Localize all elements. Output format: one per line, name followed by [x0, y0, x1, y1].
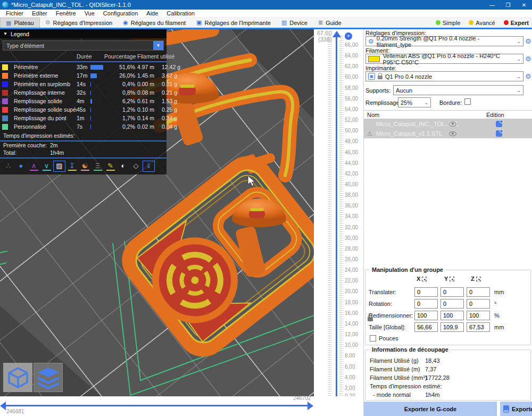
move-slider-right-handle[interactable]	[307, 402, 313, 410]
z-value-field[interactable]	[467, 311, 490, 320]
z-value-field[interactable]	[467, 299, 490, 309]
menu-item[interactable]: Vue	[80, 10, 99, 16]
view-3d-button[interactable]	[3, 363, 32, 392]
edit-filament-gear[interactable]: ⚙	[525, 55, 531, 63]
inches-checkbox[interactable]	[370, 335, 376, 342]
axis-reset-icon[interactable]	[450, 277, 454, 281]
manipulation-row-label: Taille [Global]:	[369, 324, 405, 330]
object-list-header: Nom Édition	[364, 110, 532, 119]
custom-gcode-icon[interactable]: ✎	[104, 161, 117, 172]
y-value-field[interactable]	[440, 299, 464, 309]
mode-button[interactable]: Simple	[433, 19, 464, 27]
unit-label: °	[494, 301, 496, 307]
tab[interactable]: ▣ Réglages de l'Imprimante	[191, 18, 276, 28]
feature-time: 1m	[77, 115, 90, 121]
tab[interactable]: ▦ Plateau	[0, 18, 40, 28]
x-value-field[interactable]	[414, 287, 438, 297]
feature-percent-bar	[90, 82, 115, 87]
layer-tick-label: 40,00	[345, 181, 358, 187]
tab[interactable]: ▥ Device	[276, 18, 313, 28]
edit-print-settings-gear[interactable]: ⚙	[525, 37, 531, 45]
center-of-gravity-icon[interactable]: ◐	[117, 161, 129, 172]
tool-changes-icon[interactable]: Ξ	[92, 161, 104, 172]
tab[interactable]: ≣ Guide	[313, 18, 347, 28]
layer-slider-top-handle[interactable]	[332, 31, 341, 37]
pause-prints-icon[interactable]: ↧	[66, 161, 78, 172]
z-value-field[interactable]	[467, 287, 490, 297]
view-type-value: Type d'élément	[3, 43, 153, 49]
add-color-change-button[interactable]: +	[345, 32, 352, 40]
brim-checkbox[interactable]	[464, 98, 471, 105]
axis-reset-icon[interactable]	[422, 277, 427, 281]
mode-button[interactable]: Expert	[501, 19, 532, 27]
y-value-field[interactable]	[440, 322, 464, 332]
menu-item[interactable]: Fichier	[2, 10, 28, 16]
view-preview-button[interactable]	[34, 363, 63, 392]
mode-button[interactable]: Avancé	[466, 19, 498, 27]
export-gcode-sd-button[interactable]: Exporter	[500, 402, 532, 416]
tool-marker-icon[interactable]: ⇓	[143, 161, 155, 172]
seams-icon[interactable]: ▨	[53, 161, 65, 172]
color-changes-icon[interactable]: ☯	[79, 161, 91, 172]
filament-combo[interactable]: Velleman ABS @Q1 Pro 0.4 nozzle - H240°C…	[365, 54, 523, 64]
menu-item[interactable]: Fenêtre	[52, 10, 80, 16]
close-button[interactable]: ✕	[516, 0, 532, 10]
deretractions-icon[interactable]: ∧	[28, 161, 40, 172]
menu-item[interactable]: Aide	[142, 10, 162, 16]
z-value-field[interactable]	[467, 322, 490, 332]
uniform-scale-lock-icon[interactable]	[368, 317, 373, 321]
total-time-label: Total:	[3, 149, 50, 157]
printer-label: Imprimante:	[365, 65, 396, 71]
eye-icon[interactable]	[449, 122, 456, 127]
menu-item[interactable]: Configuration	[99, 10, 142, 16]
object-name: Micro_Catapult_v1.1.STL	[376, 130, 442, 137]
feature-percent: 26,0%	[118, 72, 137, 79]
infill-combo[interactable]: 25% ⌄	[398, 97, 431, 107]
retractions-icon[interactable]: ∨	[40, 161, 53, 172]
layer-tick-label: 10,00	[345, 342, 358, 348]
eye-icon[interactable]	[449, 131, 456, 136]
feature-label: Remplissage solide supérieur	[14, 106, 77, 113]
x-value-field[interactable]	[414, 311, 438, 320]
legend-row: Personnalisé 7s 0,2% 0.02 m 0.04 g	[0, 122, 167, 131]
axis-reset-icon[interactable]	[476, 277, 481, 281]
tab[interactable]: ⚙ Réglages d'Impression	[40, 18, 118, 28]
supports-combo[interactable]: Aucun ⌄	[393, 85, 523, 95]
feature-percent: 1,7%	[118, 115, 137, 121]
object-row[interactable]: ⚠ Micro_Catapult_v1.1.STL	[364, 129, 532, 138]
travels-icon[interactable]: ∴	[2, 161, 14, 172]
combo-dropdown-button[interactable]: ▼	[153, 41, 163, 50]
menu-item[interactable]: Calibration	[162, 10, 199, 16]
object-row[interactable]: ⚠ Micro_Catapult_INC._TOL..STL	[364, 119, 532, 129]
edit-object-icon[interactable]	[496, 130, 502, 137]
x-value-field[interactable]	[414, 322, 438, 332]
printer-combo[interactable]: ▣ Q1 Pro 0.4 nozzle ⌄	[365, 71, 523, 81]
export-gcode-button[interactable]: Exporter le G-code	[364, 402, 497, 416]
legend-header[interactable]: ▼ Legend	[0, 29, 167, 38]
edit-object-icon[interactable]	[496, 121, 502, 127]
tab[interactable]: ◉ Réglages du filament	[118, 18, 191, 28]
layer-slider-rail[interactable]	[336, 37, 337, 398]
maximize-button[interactable]: ❐	[500, 0, 516, 10]
wipe-icon[interactable]: ●	[15, 161, 27, 172]
view-type-combo[interactable]: Type d'élément ▼	[3, 40, 164, 51]
unit-label: mm	[494, 324, 504, 330]
menu-item[interactable]: Editer	[28, 10, 52, 16]
y-value-field[interactable]	[440, 287, 464, 297]
feature-percent-bar	[90, 124, 115, 129]
print-settings-combo[interactable]: ⚙ 0.20mm Strength @Q1 Pro 0.4 nozzle - f…	[365, 36, 523, 46]
layer-tick-label: 50,00	[345, 128, 358, 134]
legend-row: Périmètre externe 17m 26,0% 1.45 m 3.62 …	[0, 71, 167, 80]
move-slider-rail[interactable]	[5, 405, 309, 406]
layer-tick-label: 32,00	[345, 224, 358, 230]
y-value-field[interactable]	[440, 311, 464, 320]
info-value: 18,43	[425, 357, 440, 364]
move-slider-left-handle[interactable]	[0, 402, 6, 410]
feature-time: 14s	[77, 81, 90, 87]
minimize-button[interactable]: —	[484, 0, 500, 10]
shells-icon[interactable]: ◇	[130, 161, 142, 172]
edit-printer-gear[interactable]: ⚙	[525, 72, 531, 80]
feature-length: 0.02 m	[137, 123, 162, 130]
first-layer-value: 2m	[50, 142, 58, 149]
x-value-field[interactable]	[414, 299, 438, 309]
